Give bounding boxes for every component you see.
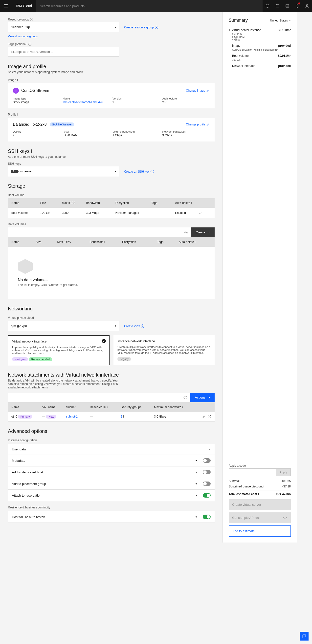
menu-button[interactable] [0,0,12,12]
nat-heading: Network attachments with Virtual network… [8,372,215,378]
view-all-resource-groups-link[interactable]: View all resource groups [8,35,38,38]
table-row: boot-volume 100 GB 3000 393 Mbps Provide… [8,208,215,218]
resource-group-select[interactable]: Scanner_Grp▾ [8,22,119,32]
edit-row-icon[interactable] [202,415,206,418]
brand-logo: IBM Cloud [12,4,36,8]
profile-name: Balanced | bx2-2x8 [13,122,47,127]
nat-toolbar: Actions▾ [8,392,215,402]
apply-code-label: Apply a code [229,464,291,468]
image-name-link[interactable]: ibm-centos-stream-9-amd64-9 [63,100,103,104]
data-volume-table: NameSizeMax IOPS Bandwidth i EncryptionT… [8,237,215,299]
info-icon[interactable]: i [31,148,32,154]
search-input[interactable] [36,0,262,12]
ssh-keys-label: SSH keys [8,162,215,166]
recommended-badge: Recommended [29,357,52,361]
toggle-dedicated-host[interactable] [203,470,211,474]
toggle-reservation[interactable] [203,493,211,498]
change-image-link[interactable]: Change image [186,89,210,92]
profile-card: Balanced | bx2-2x8SAP NetWeaver Change p… [8,118,215,142]
promo-code-input[interactable] [229,468,276,476]
networking-heading: Networking [8,306,215,312]
summary-panel: Summary United States▾ 1Virtual server i… [222,12,297,542]
instance-config-label: Instance configuration [8,438,215,442]
storage-heading: Storage [8,183,215,189]
empty-state: No data volumes The list is empty. Click… [8,247,215,299]
toggle-host-failure[interactable] [203,514,211,519]
subnet-link[interactable]: subnet-1 [66,415,90,418]
sg-link[interactable]: 1 [121,415,122,418]
sap-badge: SAP NetWeaver [50,122,74,126]
edit-row-icon[interactable] [199,211,211,215]
info-icon[interactable]: i [123,415,124,418]
add-to-estimate-button[interactable]: Add to estimate [229,526,291,536]
remove-row-icon[interactable]: − [208,415,211,418]
info-icon[interactable]: i [104,240,105,244]
create-vpc-link[interactable]: Create VPC+ [124,324,144,328]
image-label: Imagei [8,78,215,82]
settings-icon[interactable] [180,392,190,402]
ssh-heading: SSH keysi [8,148,215,154]
info-icon[interactable]: i [195,240,196,244]
cube-icon [18,259,33,274]
shell-icon[interactable] [282,0,292,12]
data-volumes-label: Data volumes [8,222,215,226]
nat-table: NameVNI nameSubnet Reserved IP i Securit… [8,402,215,422]
apply-code-button[interactable]: Apply [276,468,291,476]
toggle-placement-group[interactable] [203,482,211,486]
centos-logo-icon [13,88,19,94]
create-volume-button[interactable]: Create+ [191,228,215,237]
info-icon[interactable]: i [263,485,264,488]
svg-rect-2 [276,5,279,8]
create-ssh-key-link[interactable]: Create an SSH key+ [124,170,154,173]
toggle-metadata[interactable] [203,458,211,463]
user-icon[interactable] [302,0,312,12]
image-profile-heading: Image and profile [8,64,215,70]
new-badge: New [46,414,56,418]
os-name: CentOS Stream [21,88,49,93]
info-icon[interactable]: i [258,492,259,496]
top-nav: IBM Cloud [0,0,312,12]
info-icon[interactable]: i [30,18,33,21]
sample-api-button[interactable]: Get sample API call</> [229,512,291,523]
tags-label: Tags (optional)i [8,42,215,46]
acc-metadata[interactable]: Metadata▾| [8,455,215,466]
info-icon[interactable]: i [101,201,101,205]
info-icon[interactable]: i [17,113,18,116]
info-icon[interactable]: i [182,406,183,409]
image-profile-sub: Select your instance's operating system … [8,70,215,74]
boot-volume-label: Boot volume [8,193,215,197]
acc-host-failure[interactable]: Host failure auto restart▾| [8,511,215,523]
region-select[interactable]: United States▾ [270,19,291,22]
instance-ni-option-card[interactable]: Instance network interface Create multip… [114,335,215,365]
create-resource-group-link[interactable]: Create resource group+ [124,26,158,29]
help-icon[interactable] [262,0,272,12]
create-server-button[interactable]: Create virtual server [229,499,291,510]
vni-option-card[interactable]: ✓ Virtual network interface Improve the … [8,335,110,365]
actions-button[interactable]: Actions▾ [190,392,215,402]
ssh-keys-select[interactable]: 1× vscanner ▾ [8,166,119,176]
settings-icon[interactable] [181,228,191,237]
acc-reservation[interactable]: Attach to reservation▾| [8,490,215,501]
notification-icon[interactable] [292,0,302,12]
svg-point-1 [267,7,268,7]
acc-placement-group[interactable]: Add to placement group▾| [8,478,215,490]
svg-point-4 [306,4,308,6]
acc-user-data[interactable]: User data▾ [8,444,215,455]
info-icon[interactable]: i [29,43,31,46]
table-row: eth0 Primary — New subnet-1 — 1 i 3.0 Gb… [8,412,215,422]
tags-input[interactable] [8,47,119,57]
boot-volume-table: Name Size Max IOPS Bandwidth i Encryptio… [8,198,215,218]
info-icon[interactable]: i [17,78,18,82]
legacy-badge: Legacy [117,357,131,361]
catalog-icon[interactable] [272,0,282,12]
profile-label: Profilei [8,113,215,116]
info-icon[interactable]: i [191,201,192,205]
change-profile-link[interactable]: Change profile [186,123,210,126]
summary-title: Summary [229,18,248,23]
info-icon[interactable]: i [107,406,108,409]
primary-badge: Primary [18,414,32,418]
resilience-label: Resilience & business continuity [8,506,215,509]
acc-dedicated-host[interactable]: Add to dedicated host▾| [8,466,215,478]
vpc-select[interactable]: ajm-g2-vpc▾ [8,321,119,331]
nextgen-badge: Next gen [12,357,28,361]
